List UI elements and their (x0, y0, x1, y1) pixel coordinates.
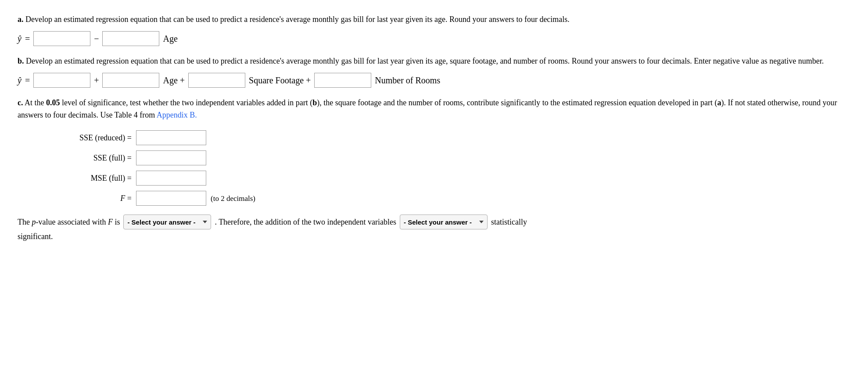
pvalue-significant: significant. (18, 232, 53, 241)
section-b-age-label: Age + (163, 73, 185, 87)
section-b-input4[interactable] (314, 73, 371, 88)
section-b-body: Develop an estimated regression equation… (26, 57, 824, 65)
f-label: F = (44, 192, 132, 205)
section-b-plus1: + (94, 73, 99, 87)
mse-full-label: MSE (full) = (44, 172, 132, 185)
section-b: b. Develop an estimated regression equat… (18, 55, 850, 88)
sse-full-input[interactable] (136, 150, 206, 165)
significance-value: 0.05 (46, 98, 60, 107)
section-a-body: Develop an estimated regression equation… (25, 15, 570, 24)
f-italic: F (108, 218, 113, 226)
appendix-link[interactable]: Appendix B. (157, 111, 197, 119)
section-b-sqft-label: Square Footage + (249, 73, 311, 87)
section-a-age-label: Age (163, 32, 177, 46)
section-a-input1[interactable] (33, 31, 90, 46)
sse-full-label: SSE (full) = (44, 152, 132, 164)
pvalue-last-line: significant. (18, 230, 850, 243)
section-b-rooms-label: Number of Rooms (375, 73, 440, 87)
section-b-equation: ŷ = + Age + Square Footage + Number of R… (18, 73, 850, 88)
section-b-equals: = (25, 73, 30, 87)
pvalue-dropdown2[interactable]: - Select your answer - is is not (400, 215, 488, 229)
pvalue-dropdown1[interactable]: - Select your answer - less than .01 bet… (123, 215, 211, 229)
sse-section: SSE (reduced) = SSE (full) = MSE (full) … (44, 130, 850, 206)
mse-full-input[interactable] (136, 171, 206, 186)
section-b-text: b. Develop an estimated regression equat… (18, 55, 850, 68)
p-italic: p (32, 218, 36, 226)
sse-reduced-label: SSE (reduced) = (44, 132, 132, 144)
section-c-intro: At the 0.05 level of significance, test … (18, 98, 837, 120)
f-note: (to 2 decimals) (211, 193, 255, 204)
section-a-yhat: ŷ (18, 32, 22, 46)
f-input[interactable] (136, 191, 206, 206)
mse-full-row: MSE (full) = (44, 171, 850, 186)
section-a-input2[interactable] (102, 31, 159, 46)
section-c: c. At the 0.05 level of significance, te… (18, 97, 850, 243)
f-row: F = (to 2 decimals) (44, 191, 850, 206)
section-a-text: a. Develop an estimated regression equat… (18, 13, 850, 26)
section-b-input1[interactable] (33, 73, 90, 88)
section-c-text: c. At the 0.05 level of significance, te… (18, 97, 850, 122)
section-c-label: c. (18, 98, 23, 107)
section-a-equals: = (25, 32, 30, 46)
section-b-input2[interactable] (102, 73, 159, 88)
sse-full-row: SSE (full) = (44, 150, 850, 165)
sse-reduced-input[interactable] (136, 130, 206, 145)
section-b-input3[interactable] (188, 73, 245, 88)
section-b-yhat: ŷ (18, 73, 22, 87)
sse-reduced-row: SSE (reduced) = (44, 130, 850, 145)
ref-a: a (717, 98, 721, 107)
pvalue-text2: . Therefore, the addition of the two ind… (215, 215, 396, 229)
ref-b: b (312, 98, 317, 107)
section-a-equation: ŷ = − Age (18, 31, 850, 46)
section-a-minus: − (94, 32, 99, 46)
section-a-label: a. (18, 15, 24, 24)
pvalue-text3: statistically (491, 215, 527, 229)
section-b-label: b. (18, 57, 24, 65)
section-a: a. Develop an estimated regression equat… (18, 13, 850, 46)
pvalue-text1: The p-value associated with F is (18, 215, 120, 229)
pvalue-line: The p-value associated with F is - Selec… (18, 215, 850, 229)
